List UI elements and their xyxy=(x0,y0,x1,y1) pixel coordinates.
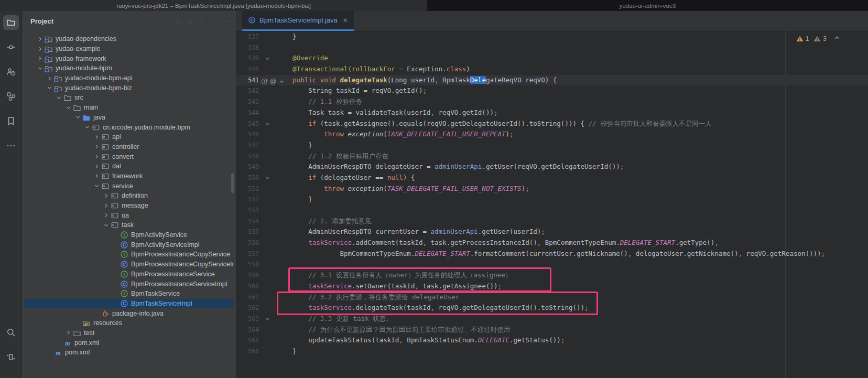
code-line-537[interactable]: 537 } xyxy=(236,31,868,42)
gutter[interactable] xyxy=(259,259,277,270)
line-number[interactable]: 547 xyxy=(236,140,259,151)
line-number[interactable]: 539 xyxy=(236,53,259,64)
code-line-544[interactable]: 544 Task task = validateTask(userId, req… xyxy=(236,107,868,118)
code-line-549[interactable]: 549 AdminUserRespDTO delegateUser = admi… xyxy=(236,161,868,172)
line-number[interactable]: 565 xyxy=(236,335,259,346)
tree-item-oa[interactable]: oa xyxy=(24,210,234,220)
tree-item-framework[interactable]: framework xyxy=(24,171,234,181)
chevron-right-icon[interactable] xyxy=(92,162,101,170)
line-number[interactable]: 566 xyxy=(236,346,259,357)
code-line-543[interactable]: 543 // 1.1 校验任务 xyxy=(236,96,868,107)
gutter[interactable] xyxy=(259,216,277,227)
gutter[interactable] xyxy=(259,314,277,325)
line-number[interactable]: 552 xyxy=(236,194,259,205)
line-number[interactable]: 543 xyxy=(236,96,259,107)
gutter[interactable] xyxy=(259,303,277,314)
gutter[interactable] xyxy=(259,346,277,357)
chevron-right-icon[interactable] xyxy=(36,45,44,53)
code-line-565[interactable]: 565 updateTaskStatus(taskId, BpmTaskStat… xyxy=(236,335,868,346)
tree-item-service[interactable]: service xyxy=(24,181,234,191)
line-number[interactable]: 537 xyxy=(236,31,259,42)
code-line-542[interactable]: 542 String taskId = reqVO.getId(); xyxy=(236,85,868,96)
gutter[interactable] xyxy=(259,85,277,96)
inspections-widget[interactable]: 13 xyxy=(796,34,841,43)
activity-bar-more-button[interactable] xyxy=(3,138,19,153)
tree-item-bpmprocessinstancecopyserviceimpl[interactable]: CBpmProcessInstanceCopyServiceImpl xyxy=(24,260,234,269)
code-line-540[interactable]: 540 @Transactional(rollbackFor = Excepti… xyxy=(236,64,868,75)
tree-item-pom-xml[interactable]: mpom.xml xyxy=(24,338,234,348)
gutter[interactable] xyxy=(259,118,277,129)
activity-bar-bookmarks-button[interactable] xyxy=(3,114,19,128)
gutter[interactable] xyxy=(259,335,277,346)
chevron-down-icon[interactable] xyxy=(102,221,110,229)
fold-chevron-icon[interactable] xyxy=(278,78,285,85)
gutter[interactable] xyxy=(259,107,277,118)
gutter[interactable] xyxy=(259,226,277,237)
tree-item-bpmprocessinstanceservice[interactable]: IBpmProcessInstanceService xyxy=(24,269,234,279)
background-window-titlebar[interactable]: yudao-ui-admin-vue3 xyxy=(427,0,868,11)
chevron-down-icon[interactable] xyxy=(36,64,44,72)
chevron-up-icon[interactable] xyxy=(831,34,841,43)
chevron-down-icon[interactable] xyxy=(73,113,82,122)
line-number[interactable]: 548 xyxy=(236,151,259,162)
chevron-down-icon[interactable] xyxy=(83,123,91,132)
tree-item-dal[interactable]: dal xyxy=(24,161,234,171)
collapse-all-icon[interactable]: × xyxy=(200,18,203,25)
line-number[interactable]: 553 xyxy=(236,205,259,216)
chevron-right-icon[interactable] xyxy=(92,143,101,151)
tree-item-bpmactivityservice[interactable]: IBpmActivityService xyxy=(24,230,234,240)
gutter[interactable] xyxy=(259,325,277,336)
activity-bar-tool-windows-button[interactable] xyxy=(3,350,19,364)
tree-item-resources[interactable]: resources xyxy=(24,318,234,328)
chevron-right-icon[interactable] xyxy=(102,191,110,200)
tree-item-yudao-module-bpm[interactable]: yudao-module-bpm xyxy=(24,63,234,73)
chevron-right-icon[interactable] xyxy=(102,211,110,220)
code-line-557[interactable]: 557 BpmCommentTypeEnum.DELEGATE_START.fo… xyxy=(236,249,868,260)
line-number[interactable]: 546 xyxy=(236,129,259,140)
project-panel-title[interactable]: Project xyxy=(30,17,53,25)
code-line-556[interactable]: 556 taskService.addComment(taskId, task.… xyxy=(236,237,868,249)
code-line-538[interactable]: 538 xyxy=(236,42,868,53)
tree-item-package-info-java[interactable]: package-info.java xyxy=(24,308,234,318)
line-number[interactable]: 557 xyxy=(236,249,259,260)
tree-item-yudao-dependencies[interactable]: yudao-dependencies xyxy=(24,34,234,44)
line-number[interactable]: 562 xyxy=(236,303,259,314)
tree-item-bpmtaskserviceimpl[interactable]: CBpmTaskServiceImpl xyxy=(24,299,234,309)
hide-icon[interactable]: — xyxy=(223,18,230,25)
gutter[interactable] xyxy=(259,183,277,195)
activity-bar-structure-button[interactable] xyxy=(3,89,19,104)
chevron-right-icon[interactable] xyxy=(64,329,72,337)
code-line-566[interactable]: 566 } xyxy=(236,346,868,357)
gutter[interactable] xyxy=(259,205,277,216)
tree-item-controller[interactable]: controller xyxy=(24,142,234,152)
gutter[interactable] xyxy=(259,151,277,162)
weak-warning-indicator[interactable]: 3 xyxy=(813,35,827,42)
chevron-right-icon[interactable] xyxy=(102,201,110,210)
code-line-545[interactable]: 545 if (task.getAssignee().equals(reqVO.… xyxy=(236,118,868,129)
line-number[interactable]: 556 xyxy=(236,237,259,249)
chevron-down-icon[interactable] xyxy=(92,182,101,190)
chevron-right-icon[interactable] xyxy=(36,55,44,63)
chevron-right-icon[interactable] xyxy=(36,35,44,43)
warning-indicator[interactable]: 1 xyxy=(796,35,809,42)
tab-bpmtaskserviceimpl[interactable]: C BpmTaskServiceImpl.java ✕ xyxy=(242,11,354,31)
gutter[interactable] xyxy=(259,249,277,260)
expand-icon[interactable]: ⇅ xyxy=(188,18,193,25)
code-line-552[interactable]: 552 } xyxy=(236,194,868,205)
tree-item-definition[interactable]: definition xyxy=(24,191,234,201)
gutter[interactable] xyxy=(259,292,277,303)
project-tree-scrollbar[interactable] xyxy=(231,173,234,193)
implementing-method-icon[interactable]: I xyxy=(261,78,268,85)
line-number[interactable]: 560 xyxy=(236,281,259,292)
options-icon[interactable]: ⋮ xyxy=(210,18,216,25)
gutter[interactable] xyxy=(259,161,277,172)
gutter[interactable] xyxy=(259,194,277,205)
line-number[interactable]: 544 xyxy=(236,107,259,118)
line-number[interactable]: 561 xyxy=(236,292,259,303)
line-number[interactable]: 545 xyxy=(236,118,259,129)
gutter[interactable] xyxy=(259,270,277,281)
tree-item-yudao-framework[interactable]: yudao-framework xyxy=(24,53,234,63)
gutter[interactable] xyxy=(259,172,277,183)
gutter[interactable] xyxy=(259,42,277,53)
tree-item-bpmtaskservice[interactable]: IBpmTaskService xyxy=(24,289,234,299)
